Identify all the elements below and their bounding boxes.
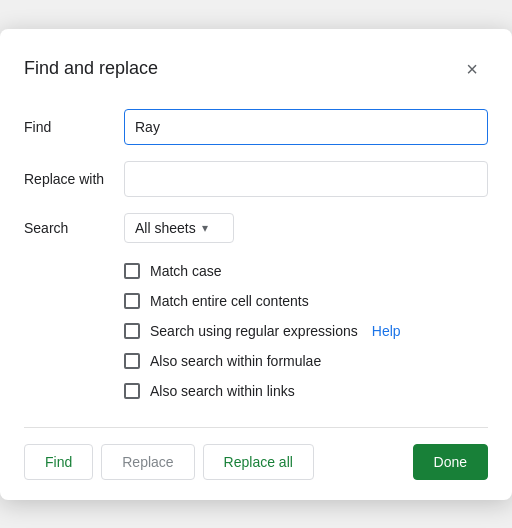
match-entire-label: Match entire cell contents bbox=[150, 293, 309, 309]
replace-all-button[interactable]: Replace all bbox=[203, 444, 314, 480]
search-label: Search bbox=[24, 220, 124, 236]
dialog-header: Find and replace × bbox=[24, 53, 488, 85]
checkbox-match-entire: Match entire cell contents bbox=[124, 293, 488, 309]
find-row: Find bbox=[24, 109, 488, 145]
find-label: Find bbox=[24, 119, 124, 135]
dialog-footer: Find Replace Replace all Done bbox=[24, 427, 488, 480]
regex-help-link[interactable]: Help bbox=[372, 323, 401, 339]
formulae-label: Also search within formulae bbox=[150, 353, 321, 369]
find-replace-dialog: Find and replace × Find Replace with Sea… bbox=[0, 29, 512, 500]
match-case-label: Match case bbox=[150, 263, 222, 279]
checkboxes-section: Match case Match entire cell contents Se… bbox=[124, 263, 488, 399]
formulae-checkbox[interactable] bbox=[124, 353, 140, 369]
search-dropdown-value: All sheets bbox=[135, 220, 196, 236]
checkbox-links: Also search within links bbox=[124, 383, 488, 399]
close-button[interactable]: × bbox=[456, 53, 488, 85]
checkbox-regex: Search using regular expressions Help bbox=[124, 323, 488, 339]
regex-checkbox[interactable] bbox=[124, 323, 140, 339]
regex-label: Search using regular expressions bbox=[150, 323, 358, 339]
links-label: Also search within links bbox=[150, 383, 295, 399]
replace-input[interactable] bbox=[124, 161, 488, 197]
match-case-checkbox[interactable] bbox=[124, 263, 140, 279]
done-button[interactable]: Done bbox=[413, 444, 488, 480]
checkbox-match-case: Match case bbox=[124, 263, 488, 279]
replace-label: Replace with bbox=[24, 171, 124, 187]
links-checkbox[interactable] bbox=[124, 383, 140, 399]
search-row: Search All sheets ▾ bbox=[24, 213, 488, 243]
checkbox-formulae: Also search within formulae bbox=[124, 353, 488, 369]
replace-button[interactable]: Replace bbox=[101, 444, 194, 480]
replace-row: Replace with bbox=[24, 161, 488, 197]
find-button[interactable]: Find bbox=[24, 444, 93, 480]
chevron-down-icon: ▾ bbox=[202, 221, 208, 235]
dialog-title: Find and replace bbox=[24, 58, 158, 79]
search-dropdown[interactable]: All sheets ▾ bbox=[124, 213, 234, 243]
find-input[interactable] bbox=[124, 109, 488, 145]
match-entire-checkbox[interactable] bbox=[124, 293, 140, 309]
